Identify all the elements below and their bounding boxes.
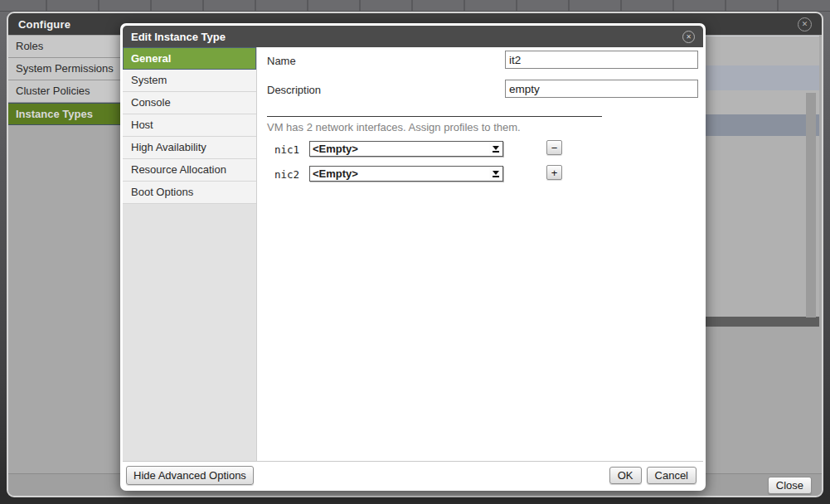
nic2-label: nic2 [274, 168, 299, 181]
modal-title: Edit Instance Type [131, 31, 226, 43]
cancel-button[interactable]: Cancel [647, 467, 697, 484]
nic2-selected-option: <Empty> [310, 167, 489, 180]
sidebar-item-cluster-policies[interactable]: Cluster Policies [8, 80, 122, 103]
tab-high-availability[interactable]: High Availability [123, 137, 256, 159]
dropdown-arrow-icon[interactable] [489, 167, 502, 180]
description-label: Description [267, 84, 321, 96]
tab-console[interactable]: Console [123, 92, 256, 114]
nic1-remove-button[interactable]: − [546, 140, 562, 155]
screen: Configure ✕ Roles System Permissions Clu… [0, 0, 830, 504]
tab-system[interactable]: System [123, 70, 256, 92]
arrow-triangle [493, 171, 499, 175]
ok-button[interactable]: OK [609, 467, 642, 484]
tab-host[interactable]: Host [123, 114, 256, 137]
modal-titlebar: Edit Instance Type ✕ [123, 26, 703, 47]
edit-instance-type-dialog: Edit Instance Type ✕ General System Cons… [120, 23, 706, 491]
arrow-underline [493, 176, 499, 177]
modal-body: General System Console Host High Availab… [123, 47, 703, 461]
configure-close-icon[interactable]: ✕ [798, 17, 812, 32]
tab-resource-allocation[interactable]: Resource Allocation [123, 159, 256, 182]
tab-boot-options[interactable]: Boot Options [123, 182, 256, 204]
configure-sidebar: Roles System Permissions Cluster Policie… [8, 36, 122, 125]
general-tab-panel: Name Description VM has 2 network interf… [257, 47, 703, 461]
section-separator [267, 116, 602, 117]
background-page-header [0, 0, 830, 12]
modal-footer: Hide Advanced Options OK Cancel [123, 461, 703, 488]
close-button[interactable]: Close [768, 477, 812, 494]
arrow-underline [493, 151, 499, 153]
name-input[interactable] [505, 51, 698, 69]
modal-close-icon[interactable]: ✕ [682, 31, 695, 43]
hide-advanced-options-button[interactable]: Hide Advanced Options [126, 466, 254, 485]
configure-dialog-title: Configure [18, 18, 70, 31]
tab-general[interactable]: General [123, 47, 256, 70]
table-scrollbar[interactable] [806, 93, 816, 317]
dropdown-arrow-icon[interactable] [489, 143, 502, 155]
nic1-selected-option: <Empty> [310, 143, 489, 155]
arrow-triangle [493, 146, 499, 150]
nic-info-text: VM has 2 network interfaces. Assign prof… [267, 121, 521, 133]
sidebar-item-instance-types[interactable]: Instance Types [8, 103, 122, 125]
background-page-footer [0, 497, 830, 504]
sidebar-item-system-permissions[interactable]: System Permissions [8, 58, 122, 80]
name-label: Name [267, 55, 296, 67]
dialog-tab-list: General System Console Host High Availab… [123, 47, 257, 461]
nic1-label: nic1 [274, 143, 299, 156]
nic1-profile-select[interactable]: <Empty> [309, 141, 503, 157]
sidebar-item-roles[interactable]: Roles [8, 36, 122, 58]
description-input[interactable] [505, 80, 698, 98]
nic2-profile-select[interactable]: <Empty> [309, 166, 503, 182]
nic2-add-button[interactable]: + [546, 165, 562, 180]
